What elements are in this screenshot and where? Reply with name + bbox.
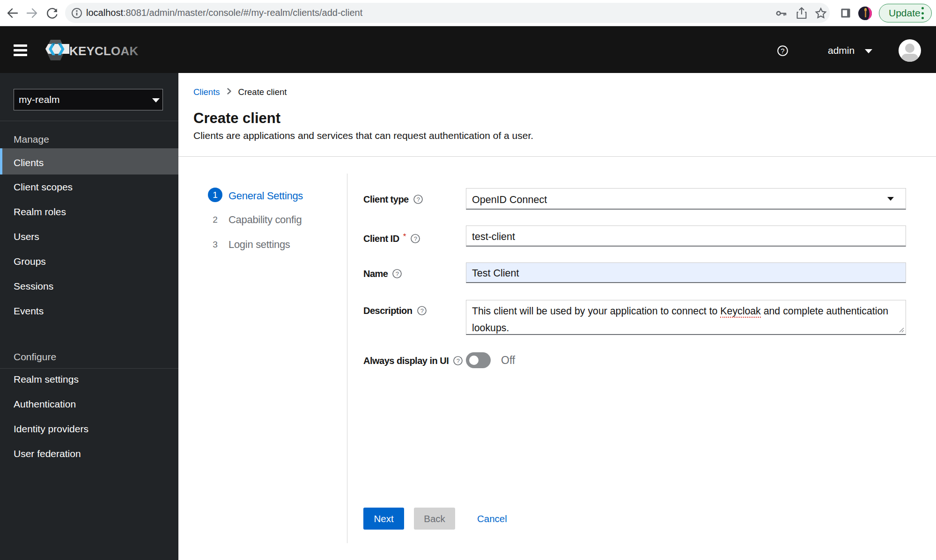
svg-text:?: ?	[416, 196, 420, 203]
svg-text:?: ?	[781, 47, 784, 55]
svg-text:?: ?	[457, 357, 460, 364]
svg-text:KEYCLOAK: KEYCLOAK	[69, 44, 139, 58]
svg-text:?: ?	[413, 235, 417, 242]
svg-text:?: ?	[420, 307, 423, 314]
svg-text:?: ?	[396, 270, 399, 277]
